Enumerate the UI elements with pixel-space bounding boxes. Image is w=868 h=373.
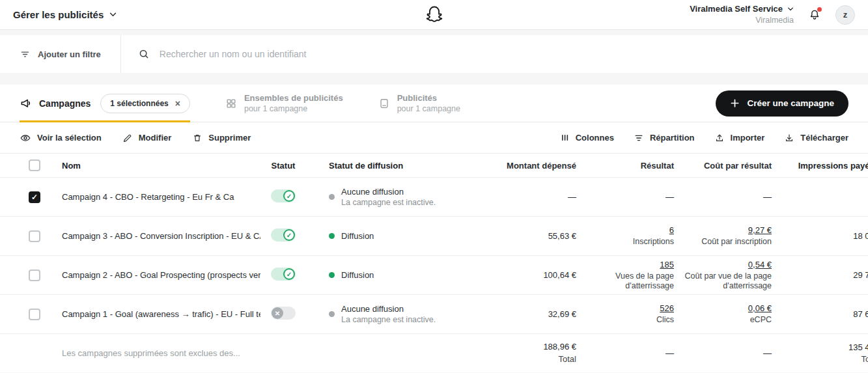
result-value: — [576, 192, 674, 202]
tab-campaigns[interactable]: Campagnes 1 sélectionnées × [20, 94, 190, 113]
top-bar: Gérer les publicités Viralmedia Self Ser… [0, 0, 868, 30]
columns-button[interactable]: Colonnes [560, 133, 614, 143]
selected-badge[interactable]: 1 sélectionnées × [100, 94, 190, 113]
delivery-dot-icon [329, 272, 335, 278]
search-input[interactable] [160, 49, 851, 59]
result-value-link[interactable]: 185 [660, 260, 674, 269]
page-title-dropdown[interactable]: Gérer les publicités [13, 9, 117, 20]
actions-right-group: Colonnes Répartition Importer Télécharge… [540, 133, 848, 143]
eye-icon [20, 132, 31, 144]
spend-total-label: Total [456, 354, 576, 365]
status-toggle[interactable]: ✓ [271, 228, 296, 242]
table-totals-row: Les campagnes supprimées sont exclues de… [0, 334, 868, 372]
spend-value: 32,69 € [456, 309, 576, 319]
column-header-spend: Montant dépensé [456, 161, 576, 171]
filter-icon [20, 49, 31, 60]
result-cell: 6 Inscriptions [576, 225, 674, 247]
tab-ads[interactable]: Publicités pour 1 campagne [378, 93, 460, 113]
notification-badge [817, 7, 822, 12]
spend-value: — [456, 192, 576, 202]
campaign-name-link[interactable]: Campaign 4 - CBO - Retargeting - Eu Fr &… [52, 192, 260, 202]
account-switcher[interactable]: Viralmedia Self Service Viralmedia [690, 4, 794, 25]
impressions-value: 18 045 [772, 231, 868, 241]
status-toggle[interactable]: ✓ [271, 268, 296, 281]
row-checkbox[interactable] [29, 230, 40, 242]
edit-button[interactable]: Modifier [122, 133, 172, 143]
view-selection-button[interactable]: Voir la sélection [20, 132, 102, 144]
spend-total-value: 188,96 € [456, 342, 576, 352]
download-icon [784, 133, 794, 143]
column-header-status: Statut [272, 161, 296, 171]
delete-label: Supprimer [208, 133, 251, 143]
import-button[interactable]: Importer [714, 133, 765, 143]
result-label: Clics [576, 315, 674, 325]
totals-note: Les campagnes supprimées sont exclues de… [52, 348, 260, 358]
edit-label: Modifier [139, 133, 172, 143]
avatar[interactable]: z [835, 5, 855, 25]
status-toggle[interactable]: ✕ [271, 307, 296, 320]
download-label: Télécharger [800, 133, 848, 143]
tab-ad-sets-label: Ensembles de publicités [244, 93, 343, 103]
cost-value-link[interactable]: 9,27 € [748, 225, 772, 235]
breakdown-label: Répartition [650, 133, 695, 143]
table-row: Campaign 1 - Goal (awareness → trafic) -… [0, 295, 868, 334]
delivery-status: Aucune diffusion [341, 304, 436, 314]
create-campaign-button[interactable]: Créer une campagne [716, 90, 848, 117]
delivery-substatus: La campagne est inactive. [341, 315, 436, 324]
column-header-impressions: Impressions payées [772, 161, 868, 171]
main-card: Campagnes 1 sélectionnées × Ensembles de… [0, 85, 868, 372]
cost-cell: 9,27 € Coût par inscription [674, 225, 772, 247]
spend-value: 100,64 € [456, 270, 576, 280]
import-label: Importer [731, 133, 765, 143]
result-cell: 526 Clics [576, 303, 674, 325]
delivery-status: Diffusion [341, 270, 374, 280]
cost-value: — [674, 192, 772, 202]
add-filter-label: Ajouter un filtre [38, 49, 101, 59]
close-icon[interactable]: × [175, 99, 180, 108]
result-label: Inscriptions [576, 237, 674, 247]
delivery-dot-icon [329, 311, 335, 317]
download-button[interactable]: Télécharger [784, 133, 848, 143]
snapchat-ghost-logo-icon [424, 5, 445, 25]
column-header-result: Résultat [576, 161, 674, 171]
impressions-total-label: Total [772, 354, 868, 364]
result-value-link[interactable]: 526 [660, 303, 674, 313]
cost-value-link[interactable]: 0,06 € [748, 303, 772, 313]
filter-bar: Ajouter un filtre [0, 35, 868, 73]
cost-label: Coût par inscription [674, 237, 772, 247]
delivery-status-cell: Aucune diffusion La campagne est inactiv… [306, 304, 456, 324]
delivery-status-cell: Diffusion [306, 231, 456, 241]
row-checkbox[interactable] [29, 309, 40, 320]
select-all-checkbox[interactable] [29, 159, 40, 171]
search-box [121, 35, 868, 73]
cost-total-value: — [674, 348, 772, 358]
selected-badge-label: 1 sélectionnées [110, 99, 168, 108]
add-filter-button[interactable]: Ajouter un filtre [0, 35, 120, 73]
cost-value-link[interactable]: 0,54 € [748, 260, 772, 269]
delivery-status-cell: Aucune diffusion La campagne est inactiv… [306, 187, 456, 207]
status-toggle[interactable]: ✓ [271, 189, 296, 202]
column-header-cost: Coût par résultat [674, 161, 772, 171]
toggle-x-icon: ✕ [272, 307, 283, 319]
view-selection-label: Voir la sélection [37, 133, 102, 143]
notifications-button[interactable] [804, 4, 826, 26]
avatar-letter: z [843, 10, 848, 20]
search-icon [138, 48, 150, 60]
ad-card-icon [378, 98, 390, 109]
tab-ad-sets[interactable]: Ensembles de publicités pour 1 campagne [225, 93, 343, 113]
cost-label: Coût par vue de la page d'atterrissage [674, 271, 772, 291]
campaign-name-link[interactable]: Campaign 2 - ABO - Goal Prospecting (pro… [52, 270, 260, 280]
campaign-name-link[interactable]: Campaign 1 - Goal (awareness → trafic) -… [52, 309, 260, 319]
cost-cell: 0,54 € Coût par vue de la page d'atterri… [674, 260, 772, 291]
result-label: Vues de la page d'atterrissage [576, 271, 674, 291]
result-value-link[interactable]: 6 [669, 225, 674, 235]
breakdown-button[interactable]: Répartition [634, 133, 695, 143]
delivery-dot-icon [329, 194, 335, 200]
tab-ads-sub: pour 1 campagne [397, 104, 460, 113]
delivery-substatus: La campagne est inactive. [341, 198, 436, 207]
campaign-name-link[interactable]: Campaign 3 - ABO - Conversion Inscriptio… [52, 231, 260, 241]
row-checkbox[interactable] [29, 269, 40, 281]
column-header-name: Nom [52, 161, 260, 171]
delete-button[interactable]: Supprimer [192, 133, 251, 143]
row-checkbox[interactable] [29, 191, 40, 203]
